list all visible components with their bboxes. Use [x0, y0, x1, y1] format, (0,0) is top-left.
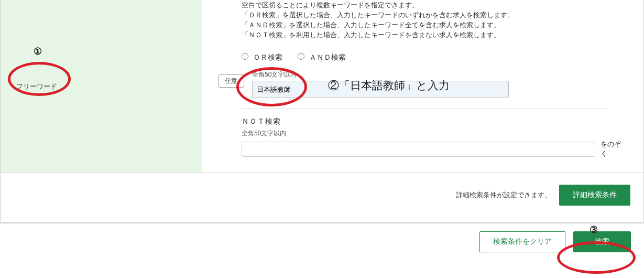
optional-badge: 任意 [218, 74, 244, 88]
not-limit: 全角50文字以内 [242, 129, 628, 138]
keyword-input[interactable] [252, 81, 509, 98]
exclude-suffix: をのぞく [601, 140, 628, 158]
divider [242, 109, 608, 109]
not-input[interactable] [242, 142, 595, 157]
radio-or-input[interactable] [242, 53, 248, 60]
radio-and-input[interactable] [298, 53, 304, 60]
radio-and-label: ＡＮＤ検索 [309, 53, 346, 61]
radio-or-label: ＯＲ検索 [253, 53, 282, 61]
detail-conditions-button[interactable]: 詳細検索条件 [559, 185, 630, 206]
footer-note: 詳細検索条件が設定できます。 [456, 190, 551, 200]
hint-line-3: 「ＡＮＤ検索」を選択した場合、入力したキーワード全てを含む求人を検索します。 [218, 20, 628, 30]
hint-line-1: 空白で区切ることにより複数キーワードを指定できます。 [218, 1, 628, 10]
clear-conditions-button[interactable]: 検索条件をクリア [479, 231, 565, 252]
hint-line-4: 「ＮＯＴ検索」を利用した場合、入力したキーワードを含まない求人を検索します。 [218, 30, 628, 40]
radio-and[interactable]: ＡＮＤ検索 [298, 53, 346, 61]
sidebar-label: フリーワード [16, 82, 57, 91]
search-button[interactable]: 検索 [573, 231, 631, 252]
radio-or[interactable]: ＯＲ検索 [242, 53, 285, 61]
not-label: ＮＯＴ検索 [242, 117, 628, 126]
hint-line-2: 「ＯＲ検索」を選択した場合、入力したキーワードのいずれかを含む求人を検索します。 [218, 10, 628, 20]
input-limit: 全角50文字以内 [252, 70, 628, 79]
